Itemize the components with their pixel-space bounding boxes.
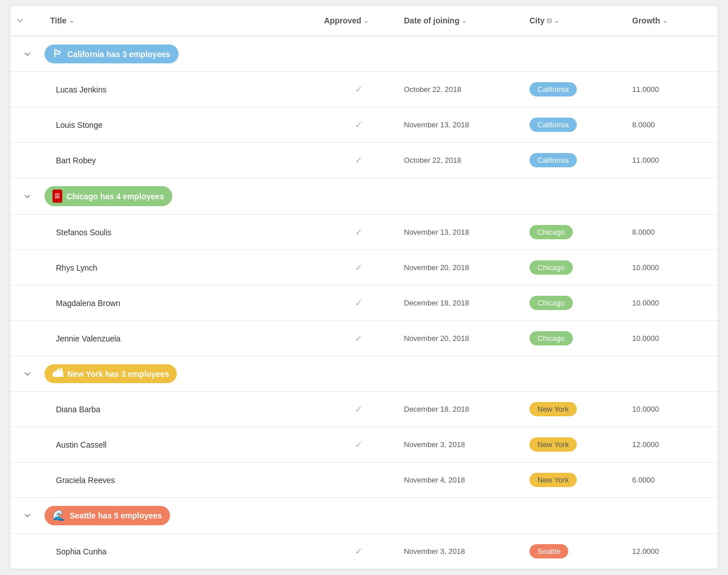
row-toggle-cell <box>10 541 45 562</box>
group-row-seattle: 🌊 Seattle has 5 employees <box>10 498 718 534</box>
date-sort-icon: ⌄ <box>462 17 467 25</box>
employee-name: Sophia Cunha <box>45 537 318 566</box>
city-badge: Chicago <box>529 260 573 275</box>
growth-cell: 11.0000 <box>626 146 718 175</box>
city-badge: Seattle <box>529 544 568 558</box>
group-badge-label-seattle: 🌊 Seattle has 5 employees <box>45 506 170 525</box>
date-cell: November 13, 2018 <box>398 218 524 247</box>
approved-cell: ✓ <box>318 74 398 105</box>
employee-table: Title ⌄ Approved ⌄ Date of joining ⌄ Cit… <box>10 6 718 569</box>
row-toggle-cell <box>10 470 45 490</box>
checkmark-icon: ✓ <box>355 120 362 130</box>
header-toggle[interactable] <box>10 6 45 35</box>
checkmark-icon: ✓ <box>355 333 362 343</box>
date-cell: November 4, 2018 <box>398 465 524 494</box>
row-toggle-cell <box>10 399 45 420</box>
title-sort-icon: ⌄ <box>69 17 74 25</box>
row-toggle-cell <box>10 328 45 349</box>
employee-name: Jennie Valenzuela <box>45 324 318 353</box>
approved-cell: ✓ <box>318 393 398 425</box>
group-badge-chicago: ≡ Chicago has 4 employees <box>45 186 718 206</box>
group-badge-label-chicago: ≡ Chicago has 4 employees <box>45 186 172 206</box>
group-row-chicago: ≡ Chicago has 4 employees <box>10 178 718 215</box>
table-row: Jennie Valenzuela✓November 20, 2018Chica… <box>10 321 718 356</box>
header-date[interactable]: Date of joining ⌄ <box>398 6 524 35</box>
date-cell: October 22, 2018 <box>398 75 524 104</box>
city-sort-icon: ⌄ <box>554 17 559 25</box>
checkmark-icon: ✓ <box>355 440 362 449</box>
city-filter-icon: ⊟ <box>547 17 552 25</box>
checkmark-icon: ✓ <box>355 298 362 308</box>
group-toggle-chicago[interactable] <box>10 192 45 200</box>
header-approved[interactable]: Approved ⌄ <box>318 6 398 35</box>
table-header: Title ⌄ Approved ⌄ Date of joining ⌄ Cit… <box>10 6 718 37</box>
group-toggle-seattle[interactable] <box>10 512 45 520</box>
table-row: Stefanos Soulis✓November 13, 2018Chicago… <box>10 215 718 250</box>
city-cell: California <box>524 143 626 178</box>
employee-name: Rhys Lynch <box>45 253 318 283</box>
approved-cell: ✓ <box>318 536 398 567</box>
date-cell: October 22, 2018 <box>398 146 524 175</box>
row-toggle-cell <box>10 115 45 135</box>
approved-cell: ✓ <box>318 323 398 354</box>
date-cell: December 18, 2018 <box>398 395 524 424</box>
approved-cell: ✓ <box>318 109 398 140</box>
row-toggle-cell <box>10 258 45 278</box>
group-badge-label-newyork: 🏙 New York has 3 employees <box>45 364 177 383</box>
checkmark-icon: ✓ <box>355 546 362 556</box>
group-toggle-newyork[interactable] <box>10 370 45 378</box>
table-row: Magdalena Brown✓December 18, 2018Chicago… <box>10 286 718 321</box>
employee-name: Austin Cassell <box>45 430 318 460</box>
checkmark-icon: ✓ <box>355 404 362 414</box>
approved-cell: ✓ <box>318 252 398 283</box>
growth-cell: 6.0000 <box>626 465 718 494</box>
city-cell: Chicago <box>524 250 626 285</box>
growth-cell: 8.0000 <box>626 110 718 139</box>
employee-name: Lucas Jenkins <box>45 75 318 104</box>
city-cell: Chicago <box>524 286 626 320</box>
checkmark-icon: ✓ <box>355 85 362 94</box>
growth-sort-icon: ⌄ <box>662 17 668 25</box>
date-cell: November 20, 2018 <box>398 253 524 282</box>
approved-cell: ✓ <box>318 144 398 176</box>
checkmark-icon: ✓ <box>355 263 362 272</box>
city-badge: New York <box>529 402 577 416</box>
employee-name: Stefanos Soulis <box>45 218 318 247</box>
row-toggle-cell <box>10 79 45 100</box>
table-row: Graciela ReevesNovember 4, 2018New York6… <box>10 463 718 498</box>
date-cell: December 18, 2018 <box>398 288 524 317</box>
growth-cell: 10.0000 <box>626 288 718 317</box>
growth-cell: 10.0000 <box>626 395 718 424</box>
table-row: Austin Cassell✓November 3, 2018New York1… <box>10 427 718 463</box>
city-cell: Chicago <box>524 321 626 356</box>
group-badge-newyork: 🏙 New York has 3 employees <box>45 364 718 383</box>
approved-cell: ✓ <box>318 429 398 460</box>
city-badge: Chicago <box>529 296 573 310</box>
date-cell: November 20, 2018 <box>398 324 524 353</box>
city-badge: Chicago <box>529 225 573 239</box>
growth-cell: 10.0000 <box>626 324 718 353</box>
row-toggle-cell <box>10 222 45 243</box>
group-row-california: 🏳 California has 3 employees <box>10 37 718 72</box>
growth-cell: 11.0000 <box>626 75 718 104</box>
header-title[interactable]: Title ⌄ <box>45 6 318 35</box>
group-row-newyork: 🏙 New York has 3 employees <box>10 356 718 392</box>
table-row: Sophia Cunha✓November 3, 2018Seattle12.0… <box>10 534 718 569</box>
date-cell: November 13, 2018 <box>398 110 524 139</box>
city-badge: Chicago <box>529 331 573 345</box>
city-cell: New York <box>524 392 626 427</box>
approved-cell: ✓ <box>318 216 398 248</box>
employee-name: Diana Barba <box>45 395 318 424</box>
city-badge: California <box>529 153 577 167</box>
header-growth[interactable]: Growth ⌄ <box>626 6 718 35</box>
group-toggle-california[interactable] <box>10 50 45 58</box>
header-city[interactable]: City ⊟ ⌄ <box>524 6 626 35</box>
approved-cell: ✓ <box>318 287 398 319</box>
growth-cell: 10.0000 <box>626 253 718 282</box>
approved-sort-icon: ⌄ <box>363 17 369 25</box>
city-cell: New York <box>524 427 626 462</box>
checkmark-icon: ✓ <box>355 155 362 165</box>
city-cell: New York <box>524 463 626 497</box>
chevron-down-icon <box>16 17 24 25</box>
table-body: 🏳 California has 3 employeesLucas Jenkin… <box>10 37 718 569</box>
